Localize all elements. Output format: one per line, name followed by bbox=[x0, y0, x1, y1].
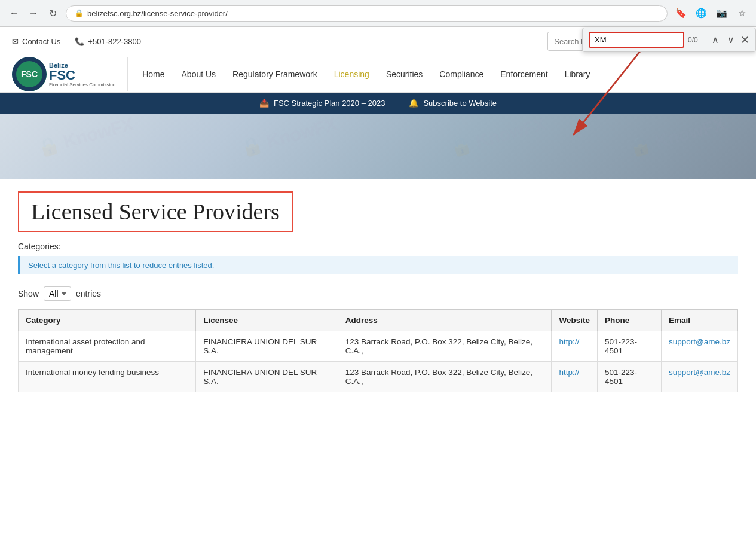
find-prev-button[interactable]: ∧ bbox=[709, 33, 721, 47]
data-table: Category Licensee Address Website Phone … bbox=[18, 309, 738, 392]
cell-licensee-0: FINANCIERA UNION DEL SUR S.A. bbox=[196, 331, 338, 362]
cell-address-1: 123 Barrack Road, P.O. Box 322, Belize C… bbox=[338, 362, 552, 392]
col-licensee: Licensee bbox=[196, 310, 338, 331]
browser-toolbar: ← → ↻ 🔒 belizefsc.org.bz/license-service… bbox=[0, 0, 756, 26]
address-bar[interactable]: 🔒 belizefsc.org.bz/license-service-provi… bbox=[66, 5, 668, 22]
announce-subscribe[interactable]: 🔔 Subscribe to Website bbox=[409, 99, 497, 108]
cell-email-1: support@ame.bz bbox=[661, 362, 737, 392]
page-title-box: Licensed Service Providers bbox=[18, 191, 293, 232]
page-title: Licensed Service Providers bbox=[31, 199, 280, 225]
find-next-button[interactable]: ∨ bbox=[725, 33, 737, 47]
browser-chrome: ← → ↻ 🔒 belizefsc.org.bz/license-service… bbox=[0, 0, 756, 27]
website-link-0[interactable]: http:// bbox=[559, 337, 579, 346]
categories-hint: Select a category from this list to redu… bbox=[18, 256, 738, 274]
translate-icon[interactable]: 🌐 bbox=[693, 5, 709, 22]
announce-plan-label: FSC Strategic Plan 2020 – 2023 bbox=[274, 99, 385, 108]
categories-label: Categories: bbox=[18, 242, 738, 251]
show-label: Show bbox=[18, 289, 39, 298]
logo-area[interactable]: FSC Belize FSC Financial Services Commis… bbox=[12, 57, 128, 91]
announce-bar: 📥 FSC Strategic Plan 2020 – 2023 🔔 Subsc… bbox=[0, 93, 756, 114]
table-body: International asset protection and manag… bbox=[19, 331, 738, 392]
download-icon: 📥 bbox=[259, 99, 269, 108]
contact-us-item[interactable]: ✉ Contact Us bbox=[12, 37, 60, 46]
lock-icon: 🔒 bbox=[75, 9, 84, 17]
cell-category-0: International asset protection and manag… bbox=[19, 331, 196, 362]
bookmark-icon[interactable]: 🔖 bbox=[672, 5, 689, 22]
entries-label: entries bbox=[76, 289, 101, 298]
col-phone: Phone bbox=[597, 310, 661, 331]
cell-category-1: International money lending business bbox=[19, 362, 196, 392]
bell-icon: 🔔 bbox=[409, 99, 418, 108]
browser-icons: 🔖 🌐 📷 ☆ bbox=[672, 5, 750, 22]
phone-number: +501-822-3800 bbox=[88, 37, 141, 46]
table-header: Category Licensee Address Website Phone … bbox=[19, 310, 738, 331]
url-text: belizefsc.org.bz/license-service-provide… bbox=[87, 9, 228, 18]
forward-button[interactable]: → bbox=[25, 5, 42, 22]
col-category: Category bbox=[19, 310, 196, 331]
email-link-0[interactable]: support@ame.bz bbox=[669, 337, 730, 346]
screenshot-icon[interactable]: 📷 bbox=[713, 5, 730, 22]
nav-item-home[interactable]: Home bbox=[134, 56, 173, 92]
page-content: Licensed Service Providers Categories: S… bbox=[0, 179, 756, 404]
browser-nav-buttons: ← → ↻ bbox=[6, 5, 61, 22]
entries-select[interactable]: All 10 25 50 bbox=[44, 286, 71, 301]
cell-address-0: 123 Barrack Road, P.O. Box 322, Belize C… bbox=[338, 331, 552, 362]
table-header-row: Category Licensee Address Website Phone … bbox=[19, 310, 738, 331]
website-link-1[interactable]: http:// bbox=[559, 368, 579, 377]
table-row: International asset protection and manag… bbox=[19, 331, 738, 362]
nav-items: Home About Us Regulatory Framework Licen… bbox=[134, 56, 744, 92]
find-bar: 0/0 ∧ ∨ ✕ bbox=[582, 28, 756, 52]
find-close-button[interactable]: ✕ bbox=[740, 33, 749, 47]
categories-hint-text: Select a category from this list to redu… bbox=[28, 261, 214, 270]
nav-item-securities[interactable]: Securities bbox=[378, 56, 431, 92]
hero-section: 🔒 KnowFX 🔒 KnowFX 🔒 KnowFX 🔒 KnowFX bbox=[0, 114, 756, 179]
nav-item-regulatory[interactable]: Regulatory Framework bbox=[224, 56, 326, 92]
svg-text:FSC: FSC bbox=[21, 69, 38, 79]
nav-item-about[interactable]: About Us bbox=[173, 56, 225, 92]
show-entries: Show All 10 25 50 entries bbox=[18, 286, 738, 301]
announce-fsc-plan[interactable]: 📥 FSC Strategic Plan 2020 – 2023 bbox=[259, 99, 385, 108]
contact-label: Contact Us bbox=[22, 37, 60, 46]
nav-item-enforcement[interactable]: Enforcement bbox=[492, 56, 556, 92]
cell-licensee-1: FINANCIERA UNION DEL SUR S.A. bbox=[196, 362, 338, 392]
nav-item-library[interactable]: Library bbox=[556, 56, 599, 92]
phone-icon: 📞 bbox=[75, 37, 84, 46]
find-input[interactable] bbox=[589, 32, 684, 48]
col-email: Email bbox=[661, 310, 737, 331]
announce-subscribe-label: Subscribe to Website bbox=[423, 99, 497, 108]
envelope-icon: ✉ bbox=[12, 37, 19, 46]
page-wrapper: ← → ↻ 🔒 belizefsc.org.bz/license-service… bbox=[0, 0, 756, 404]
col-website: Website bbox=[552, 310, 598, 331]
logo-text: Belize FSC Financial Services Commission bbox=[49, 62, 115, 87]
cell-website-0: http:// bbox=[552, 331, 598, 362]
phone-item[interactable]: 📞 +501-822-3800 bbox=[75, 37, 141, 46]
cell-phone-1: 501-223-4501 bbox=[597, 362, 661, 392]
email-link-1[interactable]: support@ame.bz bbox=[669, 368, 730, 377]
cell-phone-0: 501-223-4501 bbox=[597, 331, 661, 362]
table-row: International money lending business FIN… bbox=[19, 362, 738, 392]
reload-button[interactable]: ↻ bbox=[44, 5, 61, 22]
topbar-left: ✉ Contact Us 📞 +501-822-3800 bbox=[12, 37, 141, 46]
star-icon[interactable]: ☆ bbox=[733, 5, 750, 22]
logo-fsc: FSC bbox=[49, 69, 115, 82]
logo-sub: Financial Services Commission bbox=[49, 82, 115, 87]
nav-item-compliance[interactable]: Compliance bbox=[431, 56, 492, 92]
logo-circle: FSC bbox=[12, 57, 47, 91]
back-button[interactable]: ← bbox=[6, 5, 23, 22]
nav-item-licensing[interactable]: Licensing bbox=[326, 56, 378, 92]
hero-background bbox=[0, 114, 756, 179]
find-count: 0/0 bbox=[688, 36, 706, 44]
main-nav: FSC Belize FSC Financial Services Commis… bbox=[0, 56, 756, 93]
col-address: Address bbox=[338, 310, 552, 331]
cell-email-0: support@ame.bz bbox=[661, 331, 737, 362]
cell-website-1: http:// bbox=[552, 362, 598, 392]
